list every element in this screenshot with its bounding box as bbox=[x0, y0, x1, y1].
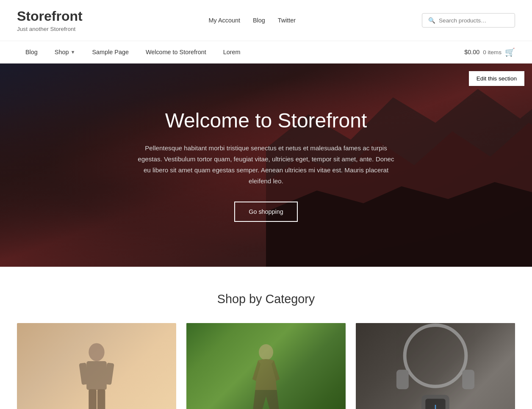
shop-dropdown: Shop ▼ bbox=[55, 49, 75, 55]
svg-rect-8 bbox=[97, 389, 105, 409]
site-tagline: Just another Storefront bbox=[17, 26, 83, 32]
nav-blog[interactable]: Blog bbox=[17, 41, 46, 63]
category-outdoor-bg bbox=[186, 323, 346, 409]
hero-description: Pellentesque habitant morbi tristique se… bbox=[135, 143, 397, 186]
svg-point-9 bbox=[259, 344, 273, 360]
category-tech-bg bbox=[356, 323, 515, 409]
category-card-accessories[interactable] bbox=[356, 323, 515, 409]
main-nav-links: Blog Shop ▼ Sample Page Welcome to Store… bbox=[17, 41, 249, 63]
svg-rect-4 bbox=[86, 361, 107, 390]
hero-content: Welcome to Storefront Pellentesque habit… bbox=[118, 108, 414, 222]
nav-shop[interactable]: Shop ▼ bbox=[46, 41, 84, 63]
svg-rect-12 bbox=[462, 370, 474, 389]
twitter-link[interactable]: Twitter bbox=[278, 17, 296, 24]
cart-section[interactable]: $0.00 0 items 🛒 bbox=[464, 47, 515, 57]
search-icon: 🔍 bbox=[428, 17, 435, 24]
site-title[interactable]: Storefront bbox=[17, 8, 83, 24]
shop-by-category-title: Shop by Category bbox=[17, 292, 515, 306]
category-card-men[interactable] bbox=[17, 323, 176, 409]
nav-lorem[interactable]: Lorem bbox=[215, 41, 249, 63]
cart-icon[interactable]: 🛒 bbox=[505, 47, 515, 57]
svg-rect-7 bbox=[89, 389, 97, 409]
blog-top-link[interactable]: Blog bbox=[253, 17, 265, 24]
svg-rect-11 bbox=[396, 370, 409, 389]
hero-section: Edit this section Welcome to Storefront … bbox=[0, 64, 532, 267]
cart-amount: $0.00 bbox=[464, 49, 479, 55]
top-bar: Storefront Just another Storefront My Ac… bbox=[0, 0, 532, 41]
category-card-women[interactable] bbox=[186, 323, 346, 409]
edit-section-button[interactable]: Edit this section bbox=[469, 71, 524, 86]
hero-title: Welcome to Storefront bbox=[135, 108, 397, 133]
svg-point-3 bbox=[89, 343, 104, 362]
nav-sample-page[interactable]: Sample Page bbox=[84, 41, 137, 63]
svg-point-10 bbox=[405, 325, 466, 387]
go-shopping-button[interactable]: Go shopping bbox=[234, 202, 298, 222]
top-navigation: My Account Blog Twitter bbox=[209, 17, 296, 24]
site-branding: Storefront Just another Storefront bbox=[17, 8, 83, 32]
nav-welcome[interactable]: Welcome to Storefront bbox=[137, 41, 215, 63]
shop-by-category-section: Shop by Category bbox=[0, 267, 532, 409]
main-navigation: Blog Shop ▼ Sample Page Welcome to Store… bbox=[0, 41, 532, 64]
category-grid bbox=[17, 323, 515, 409]
cart-items-count: 0 items bbox=[483, 49, 502, 55]
search-input[interactable] bbox=[439, 17, 509, 24]
shop-chevron-icon: ▼ bbox=[70, 50, 75, 55]
search-bar: 🔍 bbox=[422, 13, 515, 28]
my-account-link[interactable]: My Account bbox=[209, 17, 240, 24]
